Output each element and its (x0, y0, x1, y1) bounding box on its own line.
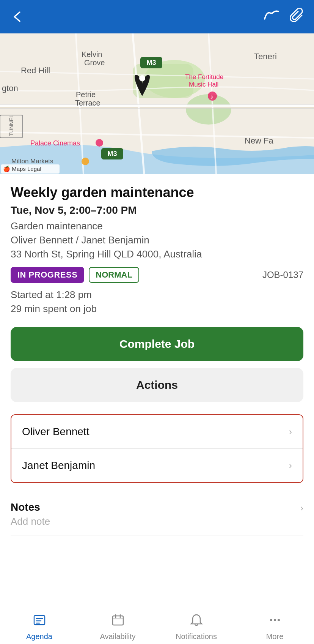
svg-text:M3: M3 (146, 59, 156, 66)
client-name-oliver: Oliver Bennett (22, 426, 89, 438)
availability-label: Availability (100, 632, 135, 641)
badges-row: IN PROGRESS NORMAL JOB-0137 (11, 267, 303, 283)
svg-text:Palace Cinemas: Palace Cinemas (30, 139, 80, 147)
bottom-nav: Agenda Availability Notifica (0, 607, 314, 644)
svg-point-31 (96, 139, 103, 147)
job-content: Weekly garden maintenance Tue, Nov 5, 2:… (0, 174, 314, 414)
svg-point-2 (186, 94, 231, 125)
svg-text:Terrace: Terrace (75, 99, 100, 107)
nav-item-more[interactable]: More (252, 613, 298, 641)
bottom-nav-wrapper: Agenda Availability Notifica (0, 631, 314, 644)
chevron-right-icon-oliver: › (289, 426, 292, 437)
client-name-janet: Janet Benjamin (22, 459, 95, 472)
chevron-right-icon-janet: › (289, 460, 292, 471)
svg-point-46 (270, 619, 272, 621)
nav-item-availability[interactable]: Availability (95, 613, 141, 641)
priority-badge: NORMAL (89, 267, 139, 283)
notes-row[interactable]: Notes Add note › (11, 494, 303, 535)
header (0, 0, 314, 33)
svg-text:gton: gton (2, 84, 18, 93)
svg-text:Teneri: Teneri (254, 52, 277, 61)
availability-icon (111, 613, 125, 630)
agenda-icon (33, 613, 46, 630)
route-icon[interactable] (262, 8, 281, 25)
svg-point-34 (82, 158, 89, 165)
agenda-label: Agenda (26, 632, 52, 641)
job-datetime: Tue, Nov 5, 2:00–7:00 PM (11, 204, 303, 216)
svg-text:Petrie: Petrie (76, 90, 96, 99)
attachment-icon[interactable] (290, 8, 303, 25)
chevron-right-icon-notes: › (300, 503, 303, 513)
svg-text:The Fortitude: The Fortitude (185, 73, 223, 80)
nav-item-notifications[interactable]: Notifications (174, 613, 219, 641)
svg-text:Milton Markets: Milton Markets (11, 158, 53, 165)
nav-item-agenda[interactable]: Agenda (17, 613, 62, 641)
svg-text:Red Hill: Red Hill (21, 66, 50, 75)
header-icons (262, 8, 303, 25)
in-progress-badge: IN PROGRESS (11, 267, 84, 283)
more-icon (268, 613, 282, 630)
svg-text:🍎 Maps  Legal: 🍎 Maps Legal (3, 166, 41, 172)
svg-text:New Fa: New Fa (245, 136, 274, 145)
notifications-icon (190, 613, 203, 630)
client-row-oliver[interactable]: Oliver Bennett › (11, 415, 303, 449)
svg-rect-42 (113, 616, 123, 625)
job-address: 33 North St, Spring Hill QLD 4000, Austr… (11, 248, 303, 260)
notes-content: Notes Add note (11, 501, 50, 527)
svg-text:♪: ♪ (210, 93, 213, 100)
client-row-janet[interactable]: Janet Benjamin › (11, 449, 303, 482)
notes-section: Notes Add note › (11, 494, 303, 535)
svg-text:Grove: Grove (84, 58, 105, 67)
back-button[interactable] (11, 10, 24, 24)
notifications-label: Notifications (176, 632, 217, 641)
svg-point-37 (139, 75, 145, 81)
job-client: Oliver Bennett / Janet Benjamin (11, 234, 303, 246)
svg-text:Kelvin: Kelvin (82, 50, 102, 58)
job-title: Weekly garden maintenance (11, 185, 303, 200)
job-started: Started at 1:28 pm (11, 289, 303, 301)
clients-section: Oliver Bennett › Janet Benjamin › (11, 414, 303, 483)
svg-text:Music Hall: Music Hall (189, 81, 218, 88)
complete-job-button[interactable]: Complete Job (11, 327, 303, 361)
svg-text:TUNNEL: TUNNEL (8, 115, 14, 136)
notes-title: Notes (11, 501, 50, 513)
add-note-placeholder: Add note (11, 516, 50, 527)
job-time-spent: 29 min spent on job (11, 303, 303, 315)
svg-point-48 (278, 619, 280, 621)
job-id: JOB-0137 (262, 270, 303, 280)
map[interactable]: TUNNEL M3 M3 Kelvin Grove Red Hill Tener… (0, 33, 314, 174)
job-type: Garden maintenance (11, 220, 303, 232)
badges-left: IN PROGRESS NORMAL (11, 267, 139, 283)
actions-button[interactable]: Actions (11, 368, 303, 402)
svg-point-47 (274, 619, 276, 621)
svg-text:M3: M3 (107, 150, 117, 158)
more-label: More (266, 632, 284, 641)
